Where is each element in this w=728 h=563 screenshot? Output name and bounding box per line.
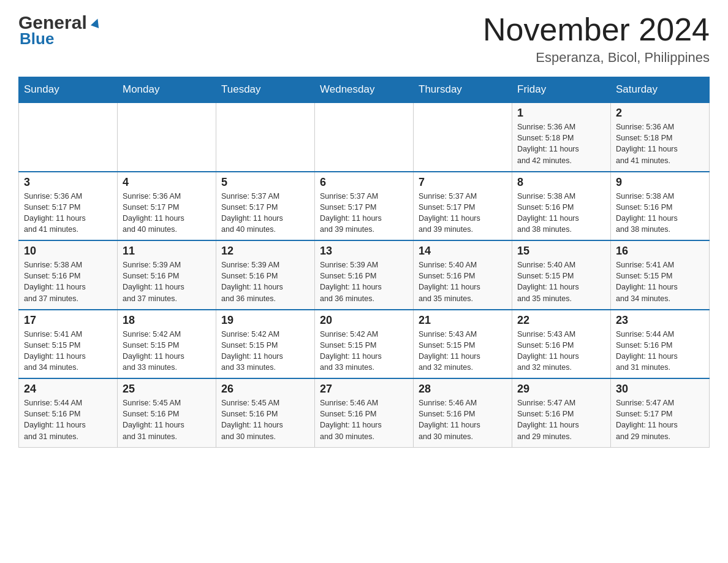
day-info: Sunrise: 5:36 AM Sunset: 5:17 PM Dayligh… (123, 191, 211, 236)
day-number: 29 (517, 383, 605, 396)
day-of-week-header: Monday (118, 77, 216, 103)
day-number: 15 (517, 245, 605, 258)
day-number: 10 (24, 245, 112, 258)
calendar-week-row: 1Sunrise: 5:36 AM Sunset: 5:18 PM Daylig… (19, 102, 710, 172)
day-info: Sunrise: 5:40 AM Sunset: 5:16 PM Dayligh… (419, 259, 507, 304)
calendar-cell (315, 102, 414, 172)
day-number: 27 (320, 383, 408, 396)
day-info: Sunrise: 5:38 AM Sunset: 5:16 PM Dayligh… (616, 191, 704, 236)
calendar-week-row: 24Sunrise: 5:44 AM Sunset: 5:16 PM Dayli… (19, 378, 710, 447)
day-info: Sunrise: 5:37 AM Sunset: 5:17 PM Dayligh… (221, 191, 309, 236)
day-of-week-header: Thursday (414, 77, 512, 103)
calendar-table: SundayMondayTuesdayWednesdayThursdayFrid… (18, 77, 710, 448)
calendar-week-row: 17Sunrise: 5:41 AM Sunset: 5:15 PM Dayli… (19, 310, 710, 379)
day-number: 3 (24, 176, 112, 189)
calendar-cell: 3Sunrise: 5:36 AM Sunset: 5:17 PM Daylig… (19, 172, 118, 241)
day-number: 5 (221, 176, 309, 189)
day-number: 17 (24, 314, 112, 327)
day-number: 2 (616, 107, 704, 120)
calendar-cell: 16Sunrise: 5:41 AM Sunset: 5:15 PM Dayli… (611, 240, 710, 310)
calendar-cell (216, 102, 315, 172)
title-area: November 2024 Esperanza, Bicol, Philippi… (483, 12, 710, 66)
calendar-cell: 17Sunrise: 5:41 AM Sunset: 5:15 PM Dayli… (19, 310, 118, 379)
day-number: 20 (320, 314, 408, 327)
day-info: Sunrise: 5:44 AM Sunset: 5:16 PM Dayligh… (24, 397, 112, 442)
day-info: Sunrise: 5:36 AM Sunset: 5:17 PM Dayligh… (24, 191, 112, 236)
day-info: Sunrise: 5:42 AM Sunset: 5:15 PM Dayligh… (123, 329, 211, 373)
calendar-cell: 28Sunrise: 5:46 AM Sunset: 5:16 PM Dayli… (414, 378, 512, 447)
day-of-week-header: Friday (512, 77, 611, 103)
day-number: 14 (419, 245, 507, 258)
day-number: 28 (419, 383, 507, 396)
svg-marker-0 (91, 17, 102, 28)
logo-area: General Blue (18, 12, 103, 48)
calendar-cell: 7Sunrise: 5:37 AM Sunset: 5:17 PM Daylig… (414, 172, 512, 241)
calendar-cell: 29Sunrise: 5:47 AM Sunset: 5:16 PM Dayli… (512, 378, 611, 447)
day-info: Sunrise: 5:45 AM Sunset: 5:16 PM Dayligh… (123, 397, 211, 442)
logo-triangle-icon (89, 16, 103, 32)
day-number: 18 (123, 314, 211, 327)
day-info: Sunrise: 5:46 AM Sunset: 5:16 PM Dayligh… (419, 397, 507, 442)
day-number: 7 (419, 176, 507, 189)
calendar-cell: 30Sunrise: 5:47 AM Sunset: 5:17 PM Dayli… (611, 378, 710, 447)
calendar-cell: 20Sunrise: 5:42 AM Sunset: 5:15 PM Dayli… (315, 310, 414, 379)
day-info: Sunrise: 5:36 AM Sunset: 5:18 PM Dayligh… (517, 121, 605, 166)
calendar-cell: 15Sunrise: 5:40 AM Sunset: 5:15 PM Dayli… (512, 240, 611, 310)
day-info: Sunrise: 5:47 AM Sunset: 5:17 PM Dayligh… (616, 397, 704, 442)
calendar-cell: 25Sunrise: 5:45 AM Sunset: 5:16 PM Dayli… (118, 378, 216, 447)
day-info: Sunrise: 5:42 AM Sunset: 5:15 PM Dayligh… (320, 329, 408, 373)
calendar-cell: 6Sunrise: 5:37 AM Sunset: 5:17 PM Daylig… (315, 172, 414, 241)
calendar-cell: 11Sunrise: 5:39 AM Sunset: 5:16 PM Dayli… (118, 240, 216, 310)
calendar-week-row: 3Sunrise: 5:36 AM Sunset: 5:17 PM Daylig… (19, 172, 710, 241)
day-info: Sunrise: 5:43 AM Sunset: 5:16 PM Dayligh… (517, 329, 605, 373)
calendar-cell: 10Sunrise: 5:38 AM Sunset: 5:16 PM Dayli… (19, 240, 118, 310)
calendar-cell: 27Sunrise: 5:46 AM Sunset: 5:16 PM Dayli… (315, 378, 414, 447)
day-number: 16 (616, 245, 704, 258)
day-number: 13 (320, 245, 408, 258)
day-number: 25 (123, 383, 211, 396)
calendar-cell: 23Sunrise: 5:44 AM Sunset: 5:16 PM Dayli… (611, 310, 710, 379)
calendar-cell: 12Sunrise: 5:39 AM Sunset: 5:16 PM Dayli… (216, 240, 315, 310)
day-info: Sunrise: 5:38 AM Sunset: 5:16 PM Dayligh… (24, 259, 112, 304)
day-number: 21 (419, 314, 507, 327)
day-number: 8 (517, 176, 605, 189)
day-info: Sunrise: 5:39 AM Sunset: 5:16 PM Dayligh… (123, 259, 211, 304)
calendar-cell: 2Sunrise: 5:36 AM Sunset: 5:18 PM Daylig… (611, 102, 710, 172)
day-info: Sunrise: 5:41 AM Sunset: 5:15 PM Dayligh… (616, 259, 704, 304)
calendar-cell: 18Sunrise: 5:42 AM Sunset: 5:15 PM Dayli… (118, 310, 216, 379)
day-number: 19 (221, 314, 309, 327)
day-info: Sunrise: 5:38 AM Sunset: 5:16 PM Dayligh… (517, 191, 605, 236)
calendar-cell (414, 102, 512, 172)
day-of-week-header: Wednesday (315, 77, 414, 103)
day-of-week-header: Sunday (19, 77, 118, 103)
day-number: 23 (616, 314, 704, 327)
page-header: General Blue November 2024 Esperanza, Bi… (18, 12, 710, 66)
day-info: Sunrise: 5:39 AM Sunset: 5:16 PM Dayligh… (221, 259, 309, 304)
calendar-cell: 4Sunrise: 5:36 AM Sunset: 5:17 PM Daylig… (118, 172, 216, 241)
calendar-cell: 24Sunrise: 5:44 AM Sunset: 5:16 PM Dayli… (19, 378, 118, 447)
month-year-title: November 2024 (483, 12, 710, 47)
day-info: Sunrise: 5:45 AM Sunset: 5:16 PM Dayligh… (221, 397, 309, 442)
location-subtitle: Esperanza, Bicol, Philippines (483, 50, 710, 66)
calendar-cell: 1Sunrise: 5:36 AM Sunset: 5:18 PM Daylig… (512, 102, 611, 172)
day-info: Sunrise: 5:37 AM Sunset: 5:17 PM Dayligh… (320, 191, 408, 236)
day-of-week-header: Tuesday (216, 77, 315, 103)
logo-blue-text: Blue (20, 29, 54, 48)
calendar-week-row: 10Sunrise: 5:38 AM Sunset: 5:16 PM Dayli… (19, 240, 710, 310)
day-number: 24 (24, 383, 112, 396)
day-number: 4 (123, 176, 211, 189)
calendar-header-row: SundayMondayTuesdayWednesdayThursdayFrid… (19, 77, 710, 103)
day-info: Sunrise: 5:43 AM Sunset: 5:15 PM Dayligh… (419, 329, 507, 373)
day-info: Sunrise: 5:44 AM Sunset: 5:16 PM Dayligh… (616, 329, 704, 373)
day-number: 9 (616, 176, 704, 189)
day-number: 6 (320, 176, 408, 189)
calendar-cell: 22Sunrise: 5:43 AM Sunset: 5:16 PM Dayli… (512, 310, 611, 379)
day-number: 26 (221, 383, 309, 396)
day-info: Sunrise: 5:37 AM Sunset: 5:17 PM Dayligh… (419, 191, 507, 236)
day-info: Sunrise: 5:36 AM Sunset: 5:18 PM Dayligh… (616, 121, 704, 166)
day-info: Sunrise: 5:39 AM Sunset: 5:16 PM Dayligh… (320, 259, 408, 304)
calendar-cell: 13Sunrise: 5:39 AM Sunset: 5:16 PM Dayli… (315, 240, 414, 310)
day-number: 22 (517, 314, 605, 327)
calendar-cell: 8Sunrise: 5:38 AM Sunset: 5:16 PM Daylig… (512, 172, 611, 241)
day-info: Sunrise: 5:42 AM Sunset: 5:15 PM Dayligh… (221, 329, 309, 373)
